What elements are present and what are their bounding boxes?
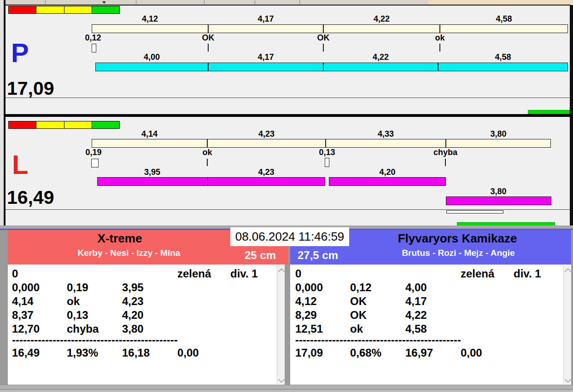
total-cell: 0,00 bbox=[177, 347, 199, 358]
lane-l-white-indicator bbox=[446, 210, 503, 213]
lane-p-dog-bar bbox=[95, 63, 568, 71]
result-cell: 3,95 bbox=[122, 282, 144, 293]
lane-l-dog-bar bbox=[329, 177, 446, 186]
datetime-display: 08.06.2024 11:46:59 bbox=[230, 227, 349, 246]
lane-l-split-time-label: 4,23 bbox=[207, 130, 326, 138]
lane-p-total-time: 17,09 bbox=[7, 79, 54, 98]
lane-p-split-bar-divider bbox=[323, 24, 324, 33]
lane-l-split-bar-divider bbox=[207, 139, 208, 148]
result-cell: div. 1 bbox=[230, 268, 258, 279]
lane-p-mark-tick bbox=[323, 44, 324, 52]
lane-l-dog-bar bbox=[97, 177, 208, 186]
lane-p-change-mark: ok bbox=[421, 34, 458, 42]
lane-p-dog-bar-divider bbox=[323, 63, 324, 71]
team-left-results-list[interactable] bbox=[8, 265, 285, 385]
right-border bbox=[570, 5, 573, 229]
result-cell: 4,58 bbox=[405, 323, 427, 334]
team-left-scrollbar[interactable] bbox=[277, 266, 285, 384]
lane-p-green-indicator bbox=[528, 110, 570, 114]
result-cell: 3,80 bbox=[122, 323, 144, 334]
lane-p-split-bar-divider bbox=[439, 24, 440, 33]
result-cell: 0,12 bbox=[350, 282, 372, 293]
total-cell: 16,49 bbox=[12, 347, 40, 358]
lane-p-split-time-label: 4,58 bbox=[440, 15, 568, 23]
result-cell: 0,19 bbox=[67, 282, 88, 293]
lane-l-change-box bbox=[325, 158, 329, 167]
result-cell: 4,22 bbox=[405, 310, 427, 321]
total-cell: 0,68% bbox=[350, 347, 381, 358]
team-right-name: Flyvaryors Kamikaze bbox=[344, 232, 571, 244]
lane-l-split-time-label: 4,14 bbox=[92, 130, 207, 138]
team-left-jump-height: 25 cm bbox=[233, 250, 288, 261]
result-cell: zelená bbox=[177, 268, 211, 279]
dashed-separator: ----------------------------------------… bbox=[12, 334, 178, 346]
lane-l-change-mark: ok bbox=[189, 148, 226, 156]
bottom-frame-strip bbox=[0, 385, 573, 389]
result-cell: ok bbox=[350, 323, 363, 334]
lane-p-mark-tick bbox=[439, 44, 440, 52]
range-green-segment bbox=[92, 6, 119, 13]
toolbar-tick bbox=[45, 0, 46, 4]
team-right-jump-height: 27,5 cm bbox=[290, 250, 345, 261]
result-cell: zelená bbox=[461, 268, 494, 279]
range-yellow-segment bbox=[36, 6, 64, 13]
lane-p-change-mark: OK bbox=[305, 34, 342, 42]
lane-p-baseline bbox=[6, 98, 570, 98]
lane-l-split-time-label: 3,80 bbox=[446, 130, 551, 138]
result-cell: 0 bbox=[295, 268, 301, 279]
lane-l-range-strip bbox=[8, 121, 120, 129]
lane-l-mark-tick bbox=[445, 159, 446, 166]
range-yellow-segment bbox=[36, 121, 64, 128]
result-cell: 4,14 bbox=[12, 296, 34, 307]
lane-p-range-strip bbox=[8, 6, 120, 14]
dashed-separator: ----------------------------------------… bbox=[295, 334, 461, 346]
range-yellow-segment bbox=[64, 121, 92, 128]
lane-l-total-time: 16,49 bbox=[7, 188, 54, 207]
team-right-scrollbar[interactable] bbox=[563, 266, 571, 384]
team-right-members: Brutus - Rozi - Mejz - Angie bbox=[345, 248, 571, 257]
lane-l-dog-time-label: 3,95 bbox=[97, 168, 207, 176]
range-yellow-segment bbox=[64, 6, 92, 13]
range-red-segment bbox=[9, 121, 36, 128]
lane-p-mark-tick bbox=[208, 44, 209, 52]
lane-p-start-box bbox=[92, 44, 96, 52]
team-left-members: Kerby - Nesi - Izzy - Mína bbox=[8, 248, 250, 257]
lane-p-dog-time-label: 4,58 bbox=[438, 53, 568, 61]
lane-l-change-mark: 0,13 bbox=[309, 148, 345, 156]
left-edge bbox=[0, 0, 4, 229]
lane-l-split-bar-divider bbox=[445, 139, 446, 148]
lane-p-split-bar bbox=[92, 24, 568, 33]
lane-p-dog-time-label: 4,17 bbox=[208, 53, 323, 61]
lane-l-split-bar bbox=[92, 139, 551, 148]
result-cell: 0,13 bbox=[67, 310, 88, 321]
toolbar-tick bbox=[204, 0, 205, 4]
team-right-results-list[interactable] bbox=[290, 265, 571, 385]
lane-l-letter: L bbox=[12, 151, 28, 178]
lane-l-baseline bbox=[6, 209, 570, 210]
result-cell: OK bbox=[350, 296, 367, 307]
toolbar-tick bbox=[299, 0, 300, 4]
result-cell: ok bbox=[67, 296, 80, 307]
lane-l-split-bar-divider bbox=[325, 139, 326, 148]
team-left-name: X-treme bbox=[8, 232, 232, 244]
range-red-segment bbox=[9, 6, 36, 13]
total-cell: 16,97 bbox=[405, 347, 433, 358]
result-cell: 4,20 bbox=[122, 310, 144, 321]
lane-l-dog-bar bbox=[207, 177, 325, 186]
lane-p-dog-time-label: 4,00 bbox=[95, 53, 208, 61]
total-cell: 17,09 bbox=[295, 347, 323, 358]
lane-p-dog-bar-divider bbox=[208, 63, 209, 71]
bottom-frame-strip bbox=[0, 390, 573, 392]
result-cell: 0,000 bbox=[12, 282, 40, 293]
lane-p-change-mark: OK bbox=[190, 34, 227, 42]
lane-l-dog-time-label: 4,23 bbox=[207, 168, 325, 176]
lane-l-dog-time-label: 3,80 bbox=[446, 187, 551, 196]
toolbar-tick bbox=[136, 0, 136, 4]
lane-l-dog-bar-rerun bbox=[446, 196, 551, 205]
total-cell: 1,93% bbox=[67, 347, 98, 358]
lane-p-split-bar-divider bbox=[208, 24, 209, 33]
lane-l-change-mark: 0,19 bbox=[75, 148, 112, 156]
result-cell: 8,29 bbox=[295, 310, 317, 321]
result-cell: 8,37 bbox=[12, 310, 34, 321]
lane-p-split-time-label: 4,17 bbox=[208, 15, 323, 23]
